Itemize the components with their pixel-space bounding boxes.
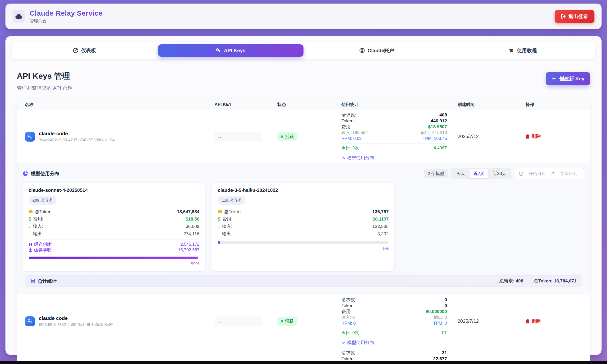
filter-today[interactable]: 今天 bbox=[452, 169, 469, 178]
total-token-value: 136,787 bbox=[372, 208, 389, 215]
tab-bar: 仪表板 API Keys Claude账户 使用教程 bbox=[12, 42, 595, 59]
cache-read-label: 缓存读取: bbox=[34, 247, 52, 253]
tab-api-keys[interactable]: API Keys bbox=[158, 44, 304, 57]
key-id: f398d8b8-7352-4a88-9a1f-6b1e0c4d8e89 bbox=[39, 323, 114, 327]
clock-icon bbox=[519, 171, 523, 176]
tpm-value: TPM: 0 bbox=[433, 320, 447, 326]
calculator-icon bbox=[31, 278, 35, 284]
status-dot-icon bbox=[281, 320, 283, 323]
api-key-masked-field[interactable]: ... bbox=[215, 132, 262, 141]
output-label: 输出: bbox=[222, 230, 232, 237]
status-badge: 活跃 bbox=[277, 317, 297, 326]
input-label: 输入: bbox=[33, 223, 43, 230]
user-icon bbox=[360, 48, 365, 53]
cache-create-label: 缓存创建: bbox=[34, 241, 52, 247]
app-title: Claude Relay Service bbox=[30, 9, 103, 17]
status-label: 活跃 bbox=[285, 318, 294, 324]
filter-last7[interactable]: 近7天 bbox=[469, 169, 489, 178]
end-date-input[interactable] bbox=[557, 171, 580, 176]
time-filter: 今天 近7天 近30天 bbox=[451, 168, 511, 179]
status-badge: 活跃 bbox=[277, 132, 297, 141]
main-panel: 仪表板 API Keys Claude账户 使用教程 API Keys 管理 管… bbox=[5, 36, 602, 355]
output-label: 输出: bbox=[33, 230, 43, 237]
cost-label: 费用: bbox=[222, 215, 232, 223]
model-distribution-label: 模型使用分布 bbox=[347, 155, 374, 161]
usage-progress-track bbox=[29, 257, 199, 259]
usage-progress-fill bbox=[29, 257, 198, 259]
total-token-label: 总Token: bbox=[224, 208, 242, 215]
arrow-up-icon: ↑ bbox=[218, 230, 220, 237]
created-date: 2025/7/12 bbox=[458, 134, 526, 139]
start-date-input[interactable] bbox=[526, 171, 548, 176]
tab-api-keys-label: API Keys bbox=[224, 48, 245, 53]
delete-label: 删除 bbox=[532, 318, 541, 324]
summary-total-requests: 总请求: 408 bbox=[499, 278, 523, 284]
trash-icon bbox=[526, 319, 530, 324]
token-label: Token: bbox=[341, 118, 355, 124]
output-value: 输出: 0 bbox=[434, 314, 447, 320]
usage-progress-track bbox=[218, 241, 389, 244]
stats-divider bbox=[341, 143, 447, 143]
app-title-block: Claude Relay Service 管理后台 bbox=[30, 9, 103, 24]
input-value: 133,585 bbox=[372, 223, 389, 230]
model-distribution-label: 模型使用分布 bbox=[347, 339, 374, 346]
requests-value: 0 bbox=[444, 297, 447, 303]
today-tokens: 0T bbox=[442, 330, 447, 336]
filter-last30[interactable]: 近30天 bbox=[489, 169, 510, 178]
create-key-button[interactable]: 创建新 Key bbox=[546, 72, 590, 85]
usage-stats: 请求数:0 Token:0 费用:$0.000000 输入: 0输出: 0 RP… bbox=[341, 295, 447, 348]
gauge-icon bbox=[73, 48, 78, 53]
graduation-cap-icon bbox=[508, 48, 514, 53]
tab-claude-account[interactable]: Claude账户 bbox=[304, 42, 450, 59]
tab-dashboard-label: 仪表板 bbox=[81, 47, 96, 54]
delete-button[interactable]: 删除 bbox=[526, 318, 541, 324]
model-card: claude-sonnet-4-20250514 289 次请求 总Token:… bbox=[23, 182, 205, 272]
dollar-icon: $ bbox=[218, 215, 220, 223]
plus-icon bbox=[552, 76, 556, 81]
model-distribution-toggle[interactable]: 模型使用分布 bbox=[341, 155, 447, 161]
summary-title: 总计统计 bbox=[38, 278, 57, 284]
model-count-badge: 2 个模型 bbox=[424, 169, 448, 178]
dollar-icon: $ bbox=[29, 215, 31, 223]
download-icon bbox=[29, 248, 32, 252]
rpm-value: RPM: 0 bbox=[341, 320, 356, 326]
model-name: claude-3-5-haiku-20241022 bbox=[218, 188, 389, 193]
col-header-usage: 使用统计 bbox=[341, 102, 458, 107]
table-row: claude code f398d8b8-7352-4a88-9a1f-6b1e… bbox=[17, 295, 590, 348]
delete-button[interactable]: 删除 bbox=[526, 133, 541, 139]
col-header-api-key: API KEY bbox=[215, 102, 277, 107]
page-subtitle: 管理和监控您的 API 密钥 bbox=[17, 85, 73, 91]
date-range-separator: 至 bbox=[551, 171, 555, 176]
requests-value: 408 bbox=[439, 112, 447, 118]
model-distribution-toggle[interactable]: 模型使用分布 bbox=[341, 339, 447, 346]
arrow-down-icon: ↓ bbox=[218, 223, 220, 230]
app-subtitle: 管理后台 bbox=[30, 18, 103, 24]
tab-tutorial[interactable]: 使用教程 bbox=[450, 42, 596, 59]
col-header-actions: 操作 bbox=[526, 102, 582, 107]
logout-button[interactable]: 退出登录 bbox=[555, 10, 594, 23]
page-heading: API Keys 管理 管理和监控您的 API 密钥 创建新 Key bbox=[17, 71, 590, 91]
create-key-label: 创建新 Key bbox=[559, 75, 584, 82]
table-header-row: 名称 API KEY 状态 使用统计 创建时间 操作 bbox=[17, 99, 590, 110]
logout-icon bbox=[561, 14, 566, 19]
tab-claude-account-label: Claude账户 bbox=[368, 47, 394, 54]
cost-value: $18.9507 bbox=[428, 124, 447, 130]
model-request-count: 289 次请求 bbox=[29, 196, 56, 205]
tab-dashboard[interactable]: 仪表板 bbox=[12, 42, 157, 59]
requests-value: 31 bbox=[442, 350, 447, 356]
cost-label: 费用: bbox=[341, 309, 352, 314]
model-card: claude-3-5-haiku-20241022 119 次请求 总Token… bbox=[212, 182, 395, 272]
col-header-status: 状态 bbox=[277, 102, 341, 107]
total-token-value: 18,647,884 bbox=[177, 208, 199, 215]
date-range-picker: 至 bbox=[515, 168, 584, 179]
arrow-up-icon: ↑ bbox=[29, 230, 31, 237]
bottom-strip bbox=[0, 361, 607, 364]
key-icon bbox=[25, 316, 35, 326]
usage-stats: 请求数:408 Token:446,912 费用:$18.9507 输入: 16… bbox=[341, 110, 447, 163]
cost-value: $0.1197 bbox=[373, 215, 389, 223]
summary-total-token: 总Token: 18,784,671 bbox=[534, 278, 576, 284]
api-key-masked-field[interactable]: ... bbox=[215, 317, 262, 326]
tab-tutorial-label: 使用教程 bbox=[517, 47, 537, 54]
stats-divider bbox=[341, 328, 447, 328]
token-value: 0 bbox=[444, 303, 447, 309]
